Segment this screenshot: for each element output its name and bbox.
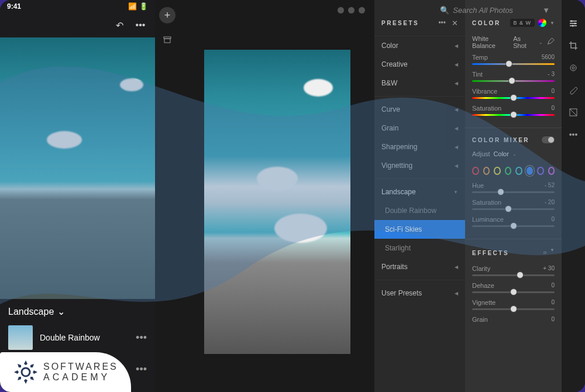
dehaze-label: Dehaze [472,282,494,289]
color-swatch[interactable] [526,167,534,175]
crop-icon[interactable] [567,40,579,51]
chevron-down-icon[interactable]: ▼ [550,247,555,258]
more-icon[interactable]: ••• [136,363,147,376]
preset-scifi-skies[interactable]: Sci-Fi Skies [374,220,465,239]
window-controls[interactable] [338,7,365,13]
chevron-down-icon: ⌄ [57,306,65,317]
preset-group-portraits[interactable]: Portraits◀ [374,257,465,276]
preset-group-sharpening[interactable]: Sharpening◀ [374,137,465,156]
collapse-icon: ◀ [455,126,458,131]
logo-line1: SOFTWARES [43,362,118,372]
collapse-icon: ◀ [455,43,458,49]
minimize-dot[interactable] [348,7,355,13]
svg-point-5 [570,65,576,71]
preset-double-rainbow[interactable]: Double Rainbow [374,201,465,220]
collapse-icon: ◀ [455,107,458,112]
color-swatch[interactable] [494,167,501,175]
saturation-label: Saturation [472,105,501,112]
luminance-slider[interactable] [472,225,555,227]
vignette-slider[interactable] [472,308,555,310]
temp-slider[interactable] [472,63,555,65]
vibrance-label: Vibrance [472,88,497,95]
search-placeholder: Search All Photos [453,6,513,15]
more-icon[interactable]: ••• [136,332,147,344]
color-swatch[interactable] [548,167,555,175]
mixer-toggle[interactable] [542,136,555,143]
color-swatch[interactable] [472,167,479,175]
preset-category-label: Landscape [8,307,54,317]
hue-value: - 52 [545,182,555,189]
white-balance-value[interactable]: As Shot [513,35,535,49]
effects-panel-icon[interactable]: ▫ [543,247,546,258]
preset-item-double-rainbow[interactable]: Double Rainbow ••• [4,322,152,353]
bw-toggle[interactable]: B & W [510,19,535,27]
sliders-icon[interactable] [567,18,579,29]
effects-title: EFFECTS [472,250,509,256]
heal-icon[interactable] [567,62,579,74]
saturation-slider[interactable] [472,114,555,116]
preset-starlight[interactable]: Starlight [374,239,465,257]
adjust-mode[interactable]: Color [494,150,509,157]
brush-icon[interactable] [567,84,579,96]
chevron-down-icon[interactable]: ▼ [550,20,555,26]
collapse-icon: ◀ [455,81,458,86]
maximize-dot[interactable] [359,7,365,13]
chevron-down-icon[interactable]: ⌄ [512,152,517,157]
color-swatch[interactable] [537,167,544,175]
collapse-icon: ◀ [455,62,458,67]
clarity-label: Clarity [472,265,490,272]
wifi-icon: 📶 [128,2,137,11]
luminance-label: Luminance [472,216,504,223]
clarity-slider[interactable] [472,274,555,276]
svg-point-2 [571,20,573,22]
main-photo-canvas[interactable] [204,50,350,354]
vibrance-slider[interactable] [472,97,555,99]
svg-point-4 [572,25,574,27]
luminance-value: 0 [551,216,555,223]
grain-value: 0 [551,316,555,323]
preset-group-color[interactable]: Color◀ [374,36,465,55]
color-title: COLOR [472,20,501,26]
colorwheel-icon[interactable] [538,19,546,27]
svg-rect-1 [164,39,170,43]
battery-icon: 🔋 [139,2,148,11]
undo-button[interactable]: ↶ [113,19,126,32]
chevron-down-icon[interactable]: ⌄ [539,40,543,45]
filter-icon[interactable]: ▼ [542,6,550,15]
eyedropper-icon[interactable] [546,37,555,47]
mobile-photo-preview[interactable] [0,37,155,299]
search-field[interactable]: 🔍 Search All Photos [433,4,520,17]
gear-icon [13,359,39,385]
close-dot[interactable] [338,7,344,13]
tint-slider[interactable] [472,80,555,82]
preset-category-dropdown[interactable]: Landscape ⌄ [8,306,147,317]
svg-point-3 [574,23,576,25]
search-icon: 🔍 [440,6,449,15]
preset-group-grain[interactable]: Grain◀ [374,119,465,137]
panel-more-icon[interactable]: ••• [438,19,446,27]
saturation-value: 0 [551,105,555,112]
more-button[interactable]: ••• [134,19,147,32]
collapse-icon: ◀ [455,145,458,150]
mixer-sat-value: - 20 [545,199,555,206]
hue-slider[interactable] [472,191,555,193]
dehaze-slider[interactable] [472,291,555,293]
mixer-title: COLOR MIXER [472,137,529,143]
gradient-icon[interactable] [567,106,579,118]
color-swatch[interactable] [483,167,490,175]
color-swatch[interactable] [515,167,522,175]
preset-group-vignetting[interactable]: Vignetting◀ [374,156,465,175]
preset-group-user[interactable]: User Presets◀ [374,284,465,302]
watermark-logo: SOFTWARES ACADEMY [0,352,131,392]
archive-button[interactable] [159,32,176,48]
preset-group-landscape[interactable]: Landscape▼ [374,183,465,201]
preset-group-creative[interactable]: Creative◀ [374,55,465,74]
preset-group-bw[interactable]: B&W◀ [374,74,465,92]
panel-close-icon[interactable]: ✕ [452,19,458,27]
more-tools-icon[interactable]: ••• [567,129,579,140]
mixer-sat-slider[interactable] [472,208,555,210]
preset-thumb [8,325,33,350]
preset-group-curve[interactable]: Curve◀ [374,100,465,119]
color-swatch[interactable] [505,167,512,175]
add-button[interactable]: + [159,7,176,23]
